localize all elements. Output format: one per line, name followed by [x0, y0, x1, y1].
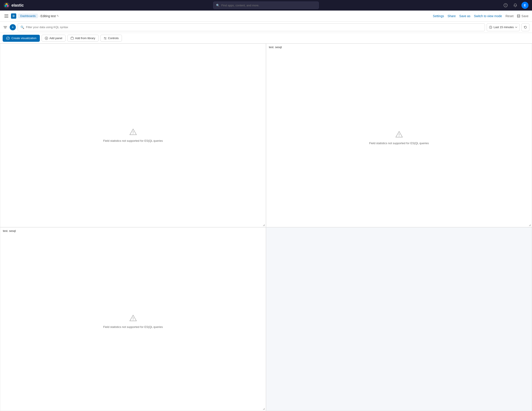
panel-error-text: Field statistics not supported for ES|QL…: [103, 325, 163, 329]
settings-button[interactable]: Settings: [433, 14, 444, 18]
svg-point-27: [105, 38, 106, 39]
add-from-library-button[interactable]: Add from library: [67, 35, 99, 42]
warning-icon: [129, 128, 137, 137]
svg-point-4: [6, 5, 8, 6]
dashboard-panel: test. sesql Field statistics not support…: [266, 44, 532, 227]
add-panel-label: Add panel: [49, 37, 62, 40]
save-as-button[interactable]: Save as: [459, 14, 470, 18]
svg-rect-9: [4, 17, 8, 18]
breadcrumb-current-label: Editing test: [40, 14, 56, 18]
svg-line-18: [491, 27, 491, 28]
help-icon[interactable]: ?: [502, 2, 509, 9]
refresh-button[interactable]: [522, 23, 529, 31]
resize-handle[interactable]: ◢: [262, 407, 265, 410]
warning-icon: [395, 131, 403, 139]
time-picker-label: Last 15 minutes: [494, 26, 514, 29]
breadcrumb-current: Editing test ✎: [40, 14, 59, 18]
global-search: 🔍: [213, 1, 319, 9]
kql-filter-input[interactable]: [26, 26, 482, 29]
time-picker[interactable]: Last 15 minutes: [487, 23, 520, 31]
add-filter-button[interactable]: +: [10, 24, 16, 30]
panel-body: Field statistics not supported for ES|QL…: [0, 44, 266, 227]
kql-filter-input-wrap[interactable]: 🔍: [18, 23, 485, 31]
svg-rect-11: [518, 15, 520, 16]
second-nav-actions: Settings Share Save as Switch to view mo…: [433, 14, 529, 18]
search-icon: 🔍: [216, 4, 219, 7]
resize-handle[interactable]: ◢: [262, 224, 265, 226]
kql-search-icon: 🔍: [20, 26, 24, 29]
svg-point-29: [133, 133, 133, 134]
breadcrumb: Dashboards › Editing test ✎: [18, 14, 59, 18]
svg-rect-23: [71, 37, 74, 39]
add-library-label: Add from library: [75, 37, 95, 40]
svg-rect-7: [4, 15, 8, 15]
share-button[interactable]: Share: [447, 14, 456, 18]
controls-label: Controls: [108, 37, 119, 40]
toolbar: Create visualization Add panel Add from …: [0, 33, 532, 44]
create-viz-label: Create visualization: [11, 37, 36, 40]
dashboard-grid: Field statistics not supported for ES|QL…: [0, 44, 532, 411]
svg-point-26: [104, 37, 105, 38]
reset-button[interactable]: Reset: [506, 14, 514, 18]
panel-title: test. sesql: [0, 228, 266, 233]
dashboard-panel-empty: [266, 227, 532, 411]
notifications-icon[interactable]: [512, 2, 519, 9]
svg-point-19: [6, 37, 10, 40]
d-badge[interactable]: D: [11, 13, 16, 19]
svg-text:?: ?: [505, 4, 506, 7]
top-nav: elastic 🔍 ? E: [0, 0, 532, 10]
controls-button[interactable]: Controls: [100, 35, 122, 42]
switch-view-button[interactable]: Switch to view mode: [474, 14, 502, 18]
app-name: elastic: [11, 3, 24, 8]
second-nav: D Dashboards › Editing test ✎ Settings S…: [0, 10, 532, 22]
global-search-input[interactable]: [221, 4, 316, 7]
save-button[interactable]: Save: [517, 14, 529, 18]
filter-toggle-button[interactable]: [3, 25, 8, 29]
svg-rect-8: [4, 16, 8, 16]
dashboard-panel: Field statistics not supported for ES|QL…: [0, 44, 266, 227]
add-panel-button[interactable]: Add panel: [42, 35, 66, 42]
panel-title: test. sesql: [266, 44, 532, 49]
panel-body: Field statistics not supported for ES|QL…: [0, 233, 266, 411]
breadcrumb-dashboards-link[interactable]: Dashboards: [18, 14, 38, 18]
user-avatar[interactable]: E: [522, 2, 529, 9]
create-visualization-button[interactable]: Create visualization: [3, 35, 40, 42]
elastic-logo[interactable]: elastic: [3, 2, 24, 8]
svg-point-33: [133, 320, 133, 320]
filter-bar: + 🔍 Last 15 minutes: [0, 22, 532, 33]
panel-body: Field statistics not supported for ES|QL…: [266, 49, 532, 227]
svg-rect-12: [518, 16, 520, 17]
search-input-wrap[interactable]: 🔍: [213, 1, 319, 9]
resize-handle[interactable]: ◢: [528, 224, 531, 226]
panel-error-text: Field statistics not supported for ES|QL…: [103, 139, 163, 142]
breadcrumb-separator: ›: [39, 15, 40, 18]
save-button-label: Save: [522, 14, 529, 18]
svg-point-31: [399, 136, 399, 137]
edit-pencil-icon[interactable]: ✎: [57, 14, 59, 18]
dashboard-panel: test. sesql Field statistics not support…: [0, 227, 266, 411]
nav-icons: ? E: [502, 2, 529, 9]
hamburger-button[interactable]: [3, 14, 9, 18]
panel-error-text: Field statistics not supported for ES|QL…: [369, 142, 429, 145]
warning-icon: [129, 315, 137, 323]
